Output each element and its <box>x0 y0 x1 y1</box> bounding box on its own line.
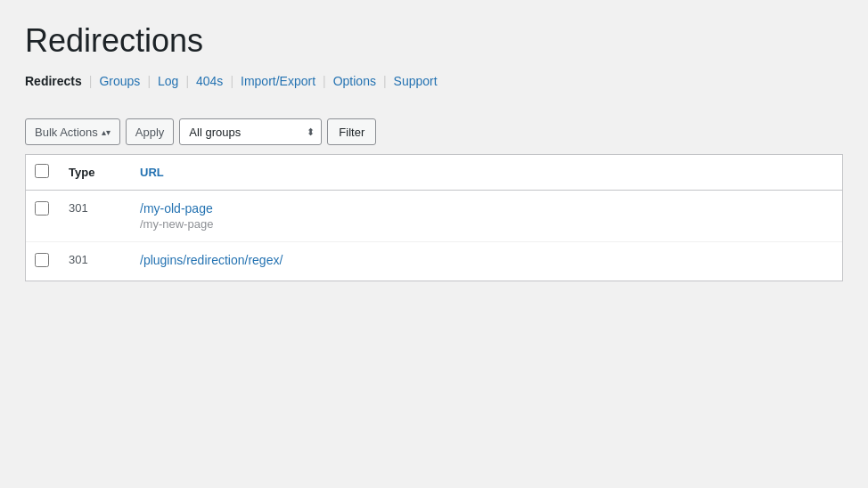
row-2-check-cell <box>26 242 58 281</box>
groups-select-wrap: All groups Redirections Modified Posts <box>179 118 322 145</box>
navigation-tabs: Redirects | Groups | Log | 404s | Import… <box>25 74 843 88</box>
col-header-url: URL <box>129 155 842 191</box>
row-1-url-primary[interactable]: /my-old-page <box>140 201 831 216</box>
tab-support[interactable]: Support <box>394 74 438 88</box>
groups-select[interactable]: All groups Redirections Modified Posts <box>179 118 322 145</box>
select-all-checkbox[interactable] <box>35 164 49 178</box>
row-1-check-cell <box>26 191 58 242</box>
nav-sep-5: | <box>323 74 326 88</box>
filter-button[interactable]: Filter <box>327 118 376 145</box>
bulk-actions-sort-icon: ▴▾ <box>102 127 111 137</box>
row-2-type: 301 <box>58 242 129 281</box>
tab-404s[interactable]: 404s <box>196 74 223 88</box>
toolbar: Bulk Actions ▴▾ Apply All groups Redirec… <box>25 110 843 154</box>
row-1-checkbox[interactable] <box>35 201 49 216</box>
col-header-type: Type <box>58 155 129 191</box>
tab-redirects[interactable]: Redirects <box>25 74 82 88</box>
bulk-actions-label: Bulk Actions <box>35 126 98 139</box>
row-2-url-cell: /plugins/redirection/regex/ <box>129 242 842 281</box>
page-title: Redirections <box>25 21 843 60</box>
bulk-actions-button[interactable]: Bulk Actions ▴▾ <box>25 118 120 145</box>
nav-sep-4: | <box>230 74 233 88</box>
tab-log[interactable]: Log <box>158 74 178 88</box>
redirects-table-wrap: Type URL 301 /my-old-page /my-new-page <box>25 154 843 281</box>
nav-sep-2: | <box>147 74 151 88</box>
nav-sep-1: | <box>89 74 93 88</box>
table-header-row: Type URL <box>26 155 842 191</box>
table-row: 301 /plugins/redirection/regex/ <box>26 242 842 281</box>
tab-groups[interactable]: Groups <box>99 74 140 88</box>
tab-import-export[interactable]: Import/Export <box>241 74 315 88</box>
row-2-url-primary[interactable]: /plugins/redirection/regex/ <box>140 253 831 267</box>
row-1-url-cell: /my-old-page /my-new-page <box>129 191 842 242</box>
redirects-table: Type URL 301 /my-old-page /my-new-page <box>26 155 842 281</box>
row-2-checkbox[interactable] <box>35 253 49 267</box>
table-row: 301 /my-old-page /my-new-page <box>26 191 842 242</box>
nav-sep-3: | <box>185 74 189 88</box>
nav-sep-6: | <box>383 74 387 88</box>
apply-button[interactable]: Apply <box>126 118 175 145</box>
page-wrapper: Redirections Redirects | Groups | Log | … <box>0 0 868 303</box>
row-1-type: 301 <box>58 191 129 242</box>
row-1-url-secondary: /my-new-page <box>140 217 831 231</box>
col-header-check <box>26 155 58 191</box>
tab-options[interactable]: Options <box>333 74 376 88</box>
